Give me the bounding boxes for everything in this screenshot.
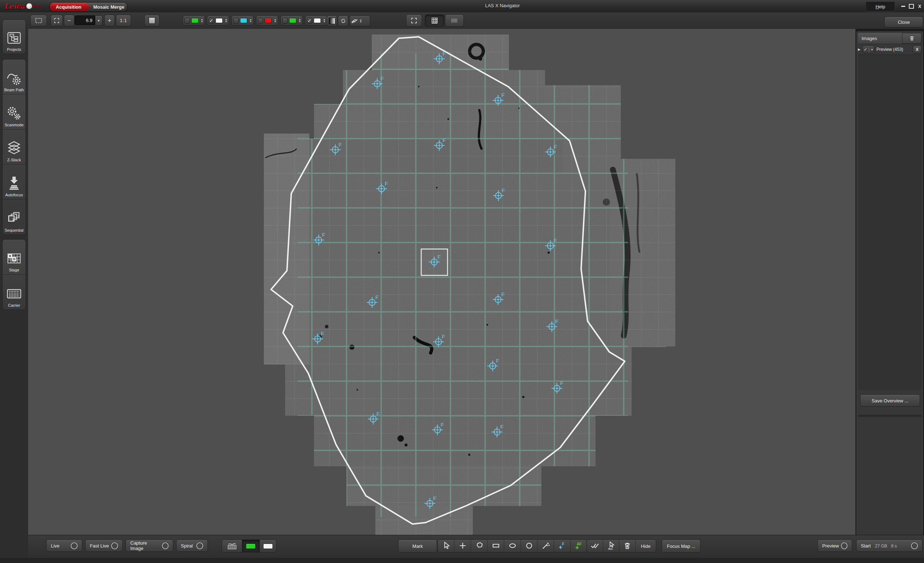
channel-color-swatch[interactable] (265, 18, 272, 23)
view-toolbar: − 6.9 ▼ + 1:1 ▲▼✓▲▼▲▼▲▼▲▼✓▲▼ ▲▼ (0, 12, 924, 29)
draw-ellipse-button[interactable] (504, 540, 521, 552)
close-navigator-button[interactable]: Close (884, 16, 923, 27)
save-overview-button[interactable]: Save Overview ... (860, 394, 920, 407)
svg-text:F: F (322, 232, 325, 238)
live-button[interactable]: Live (46, 539, 82, 552)
start-button[interactable]: Start 27 GB 8 s (856, 539, 922, 552)
draw-rectangle-button[interactable] (488, 540, 504, 552)
minimize-icon (901, 6, 905, 7)
display-mode-button[interactable] (144, 15, 159, 26)
svg-text:F: F (433, 495, 436, 501)
visibility-combo[interactable]: ✓ | ▼ (862, 45, 874, 53)
expand-corners-icon (410, 17, 418, 24)
preview-button[interactable]: Preview (818, 539, 852, 552)
image-list-area[interactable] (858, 54, 921, 390)
accept-all-icon (590, 541, 600, 551)
tab-mosaic-merge[interactable]: Mosaic Merge (86, 3, 127, 12)
spiral-button-label: Spiral (181, 543, 193, 548)
fast-live-button[interactable]: Fast Live (85, 539, 123, 552)
sidebar-item-beam-path[interactable]: Beam Path (3, 60, 26, 94)
sidebar-item-z-stack[interactable]: Z-Stack (3, 130, 26, 165)
delete-images-button[interactable] (902, 33, 921, 44)
sidebar-item-label: Z-Stack (7, 158, 21, 162)
tile-dots-button[interactable] (445, 15, 464, 27)
sequential-icon: 321 (6, 210, 22, 227)
maximize-button[interactable] (908, 3, 915, 9)
sidebar-item-label: Carrier (8, 303, 20, 307)
channel-visibility-checkbox[interactable] (184, 18, 190, 24)
sidebar-item-sequential[interactable]: 321Sequential (3, 199, 26, 235)
sidebar-item-carrier[interactable]: Carrier (3, 275, 26, 310)
sidebar-item-scanmode[interactable]: Scanmode (3, 94, 26, 130)
channel-visibility-checkbox[interactable]: ✓ (307, 18, 312, 24)
draw-circle-button[interactable] (521, 540, 537, 552)
select-region-button[interactable] (30, 15, 47, 26)
magic-wand-button[interactable] (537, 540, 554, 552)
white-overlay-button[interactable] (260, 540, 276, 552)
minimize-button[interactable] (900, 3, 907, 9)
spinner-icon[interactable]: ▲▼ (201, 18, 203, 23)
refresh-lut-button[interactable] (338, 15, 348, 26)
expander-icon[interactable]: ▶ (858, 48, 861, 51)
spinner-icon[interactable]: ▲▼ (298, 18, 301, 23)
channel-color-swatch[interactable] (289, 18, 296, 23)
zoom-in-button[interactable]: + (104, 15, 115, 26)
fit-view-button[interactable] (51, 15, 63, 26)
one-to-one-button[interactable]: 1:1 (116, 15, 131, 26)
tile-grid-button[interactable] (425, 15, 444, 27)
capture-image-button[interactable]: Capture Image (126, 539, 173, 552)
delete-button[interactable] (620, 540, 636, 552)
sidebar-item-stage[interactable]: Stage (3, 240, 26, 275)
zoom-out-button[interactable]: − (64, 15, 74, 26)
draw-polygon-button[interactable] (471, 540, 488, 552)
accept-all-button[interactable] (587, 540, 603, 552)
remove-preview-button[interactable]: X (913, 45, 921, 53)
spinner-icon[interactable]: ▲▼ (249, 18, 252, 23)
channel-control-3: ▲▼ (231, 15, 254, 25)
spinner-icon[interactable]: ▲▼ (225, 18, 227, 23)
zoom-dropdown-button[interactable]: ▼ (95, 15, 102, 25)
stage-overview-canvas[interactable]: F F F F F F F (28, 29, 855, 535)
sidebar-item-projects[interactable]: Projects (3, 20, 26, 54)
focus-map-button[interactable]: Focus Map ... (662, 539, 700, 553)
add-autofocus-point-button[interactable]: AF (571, 540, 587, 552)
magic-wand-icon (542, 541, 550, 551)
channel-visibility-checkbox[interactable] (282, 18, 288, 24)
channel-color-swatch[interactable] (191, 18, 198, 23)
stage-tiles-button[interactable] (222, 540, 242, 552)
svg-text:F: F (501, 92, 505, 98)
add-focus-point-button[interactable]: F (554, 540, 571, 552)
lut-gradient-button[interactable] (327, 15, 337, 26)
beam-path-icon (6, 70, 22, 87)
preview-image-row[interactable]: ▶ ✓ | ▼ Preview (453) X (856, 44, 923, 55)
channel-color-swatch[interactable] (240, 18, 247, 23)
sidebar-item-autofocus[interactable]: Autofocus (3, 165, 26, 199)
slider-knob[interactable] (26, 3, 33, 9)
tab-acquisition[interactable]: Acquisition (50, 3, 90, 12)
spinner-icon[interactable]: ▲▼ (360, 19, 362, 23)
mark-button[interactable]: Mark (398, 539, 437, 553)
spinner-icon[interactable]: ▲▼ (274, 18, 276, 23)
green-overlay-button[interactable] (242, 540, 260, 552)
spinner-icon[interactable]: ▲▼ (323, 18, 326, 23)
channel-visibility-checkbox[interactable] (258, 18, 263, 24)
help-button[interactable]: Help (866, 1, 895, 12)
select-all-button[interactable]: ALL (603, 540, 620, 552)
live-button-label: Live (51, 543, 60, 548)
spiral-button[interactable]: Spiral (176, 539, 208, 552)
zoom-value-field[interactable]: 6.9 (75, 15, 95, 25)
sidebar-item-label: Beam Path (4, 88, 24, 92)
tile-fullview-button[interactable] (406, 15, 422, 27)
channel-visibility-checkbox[interactable]: ✓ (208, 18, 214, 24)
channel-color-swatch[interactable] (314, 18, 321, 23)
channel-color-swatch[interactable] (216, 18, 223, 23)
overview-scene[interactable]: F F F F F F F (28, 29, 855, 535)
blend-mode-control[interactable]: ▲▼ (350, 15, 370, 26)
add-position-button[interactable] (454, 540, 471, 552)
hide-button[interactable]: Hide (636, 540, 656, 552)
close-window-button[interactable]: X (916, 3, 923, 9)
cursor-button[interactable] (438, 540, 454, 552)
channel-visibility-checkbox[interactable] (233, 18, 238, 24)
illumination-slider[interactable] (19, 5, 41, 7)
svg-text:F: F (376, 411, 380, 417)
